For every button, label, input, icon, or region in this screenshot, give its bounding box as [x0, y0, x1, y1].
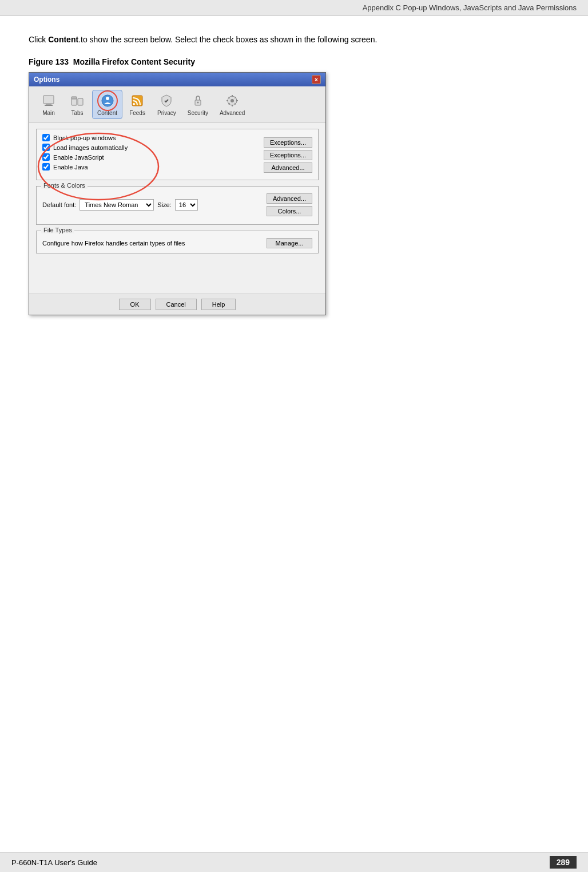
checkboxes-area: Block pop-up windows Load images automat…	[42, 134, 185, 173]
figure-label: Figure 133 Mozilla Firefox Content Secur…	[29, 57, 559, 66]
checkbox-enable-js[interactable]	[42, 153, 50, 161]
privacy-icon	[158, 93, 174, 109]
checkbox-enable-java[interactable]	[42, 163, 50, 171]
header-title: Appendix C Pop-up Windows, JavaScripts a…	[363, 3, 577, 12]
exceptions-column: Exceptions... Exceptions... Advanced...	[264, 137, 312, 173]
svg-rect-3	[71, 98, 77, 105]
intro-after: .to show the screen below. Select the ch…	[78, 35, 377, 44]
intro-paragraph: Click Content.to show the screen below. …	[29, 33, 559, 46]
figure-caption: Mozilla Firefox Content Security	[73, 57, 195, 66]
page-footer: P-660N-T1A User's Guide 289	[0, 852, 588, 872]
svg-rect-5	[71, 97, 77, 99]
advanced-button[interactable]: Advanced...	[264, 162, 312, 173]
svg-point-9	[133, 103, 135, 105]
svg-rect-0	[43, 96, 54, 104]
feeds-icon	[129, 93, 145, 109]
checkbox-row-javascript: Enable JavaScript	[42, 153, 128, 161]
toolbar-content-label: Content	[97, 110, 117, 116]
toolbar-tabs-label: Tabs	[71, 110, 83, 116]
dialog-footer: OK Cancel Help	[29, 294, 325, 315]
svg-point-13	[231, 99, 234, 102]
ok-button[interactable]: OK	[119, 299, 151, 310]
dialog-title: Options	[34, 76, 59, 84]
font-select[interactable]: Times New Roman	[80, 199, 154, 211]
checkbox-row-java: Enable Java	[42, 163, 128, 171]
checkbox-block-popup[interactable]	[42, 134, 50, 141]
toolbar-item-main[interactable]: Main	[35, 90, 62, 119]
checkbox-row-images: Load images automatically	[42, 144, 128, 151]
dialog-spacer	[36, 259, 319, 288]
file-types-row: Configure how Firefox handles certain ty…	[42, 238, 312, 248]
exceptions-button-2[interactable]: Exceptions...	[264, 150, 312, 160]
toolbar-privacy-label: Privacy	[157, 110, 176, 116]
file-types-text: Configure how Firefox handles certain ty…	[42, 240, 185, 247]
manage-button[interactable]: Manage...	[267, 238, 312, 248]
page-number: 289	[550, 856, 577, 869]
fonts-legend: Fonts & Colors	[41, 182, 88, 189]
toolbar-main-label: Main	[42, 110, 55, 116]
size-select[interactable]: 16	[175, 199, 198, 211]
toolbar-security-label: Security	[188, 110, 208, 116]
colors-button[interactable]: Colors...	[267, 206, 312, 216]
page-header: Appendix C Pop-up Windows, JavaScripts a…	[0, 0, 588, 16]
fonts-advanced-button[interactable]: Advanced...	[267, 193, 312, 204]
file-types-section: File Types Configure how Firefox handles…	[36, 231, 319, 253]
toolbar-item-feeds[interactable]: Feeds	[124, 90, 151, 119]
footer-left-text: P-660N-T1A User's Guide	[11, 858, 97, 867]
dialog-titlebar: Options ×	[29, 73, 325, 86]
main-icon	[41, 93, 57, 109]
checkbox-js-label: Enable JavaScript	[53, 154, 104, 161]
svg-rect-4	[78, 98, 83, 105]
content-icon	[100, 93, 116, 109]
dialog-close-button[interactable]: ×	[312, 75, 321, 84]
checkbox-java-label: Enable Java	[53, 164, 88, 171]
checkbox-popup-label: Block pop-up windows	[53, 134, 116, 141]
page-content: Click Content.to show the screen below. …	[0, 16, 588, 332]
svg-rect-2	[45, 105, 53, 106]
fonts-section: Fonts & Colors Default font: Times New R…	[36, 186, 319, 225]
fonts-buttons: Advanced... Colors...	[267, 193, 312, 216]
checkbox-load-images[interactable]	[42, 144, 50, 151]
firefox-options-dialog: Options × Main	[29, 72, 326, 315]
toolbar-item-privacy[interactable]: Privacy	[152, 90, 181, 119]
svg-point-7	[106, 97, 109, 100]
size-label: Size:	[157, 201, 171, 208]
checkboxes-section: Block pop-up windows Load images automat…	[36, 129, 319, 180]
default-font-label: Default font:	[42, 201, 76, 208]
toolbar-item-content[interactable]: Content	[92, 90, 122, 119]
toolbar-item-tabs[interactable]: Tabs	[63, 90, 91, 119]
help-button[interactable]: Help	[201, 299, 236, 310]
fonts-row: Default font: Times New Roman Size: 16 A…	[42, 193, 312, 216]
cancel-button[interactable]: Cancel	[156, 299, 197, 310]
dialog-body: Block pop-up windows Load images automat…	[29, 123, 325, 294]
figure-number: Figure 133	[29, 57, 69, 66]
toolbar-item-advanced[interactable]: Advanced	[214, 90, 250, 119]
advanced-icon	[224, 93, 240, 109]
security-icon	[190, 93, 206, 109]
tabs-icon	[69, 93, 85, 109]
close-icon: ×	[315, 77, 318, 83]
fonts-section-content: Default font: Times New Roman Size: 16 A…	[42, 191, 312, 216]
toolbar-advanced-label: Advanced	[220, 110, 245, 116]
exceptions-button-1[interactable]: Exceptions...	[264, 137, 312, 148]
toolbar-feeds-label: Feeds	[129, 110, 145, 116]
checkbox-images-label: Load images automatically	[53, 144, 128, 151]
intro-bold: Content	[48, 35, 78, 44]
svg-point-11	[197, 102, 198, 104]
intro-before: Click	[29, 35, 48, 44]
checkbox-row-popup: Block pop-up windows	[42, 134, 128, 141]
toolbar-item-security[interactable]: Security	[182, 90, 213, 119]
file-types-legend: File Types	[41, 227, 74, 233]
dialog-toolbar: Main Tabs	[29, 86, 325, 123]
